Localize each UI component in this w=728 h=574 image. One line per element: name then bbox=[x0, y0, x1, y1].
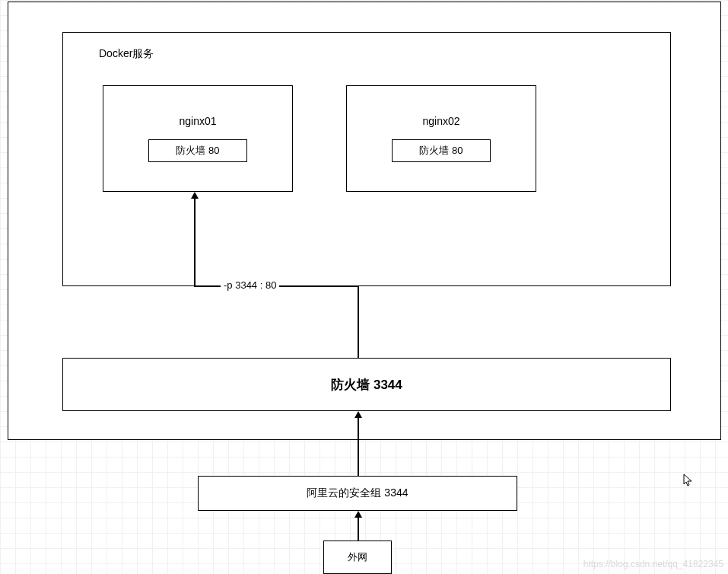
arrow-line-external bbox=[358, 518, 359, 541]
arrowhead-aliyun bbox=[354, 511, 362, 518]
arrow-line-v2 bbox=[194, 199, 196, 287]
arrow-line-aliyun bbox=[358, 418, 359, 476]
nginx02-firewall: 防火墙 80 bbox=[392, 139, 491, 162]
external-label: 外网 bbox=[348, 550, 367, 564]
host-firewall: 防火墙 3344 bbox=[62, 358, 671, 411]
cursor-icon bbox=[683, 474, 694, 490]
arrow-line-v1 bbox=[358, 286, 359, 358]
port-mapping-label: -p 3344 : 80 bbox=[221, 279, 279, 291]
nginx01-title: nginx01 bbox=[179, 115, 216, 127]
nginx02-title: nginx02 bbox=[422, 115, 459, 127]
aliyun-sg: 阿里云的安全组 3344 bbox=[198, 476, 517, 511]
host-firewall-label: 防火墙 3344 bbox=[331, 376, 402, 394]
external-box: 外网 bbox=[323, 541, 392, 574]
nginx02-firewall-label: 防火墙 80 bbox=[419, 144, 463, 158]
arrowhead-nginx01 bbox=[191, 192, 199, 199]
nginx01-box: nginx01 防火墙 80 bbox=[103, 85, 293, 192]
aliyun-sg-label: 阿里云的安全组 3344 bbox=[307, 486, 408, 500]
docker-label: Docker服务 bbox=[99, 47, 154, 61]
arrowhead-firewall bbox=[354, 411, 362, 418]
nginx01-firewall: 防火墙 80 bbox=[148, 139, 247, 162]
nginx01-firewall-label: 防火墙 80 bbox=[176, 144, 219, 158]
watermark: https://blog.csdn.net/qq_41822345 bbox=[583, 559, 723, 569]
nginx02-box: nginx02 防火墙 80 bbox=[346, 85, 536, 192]
